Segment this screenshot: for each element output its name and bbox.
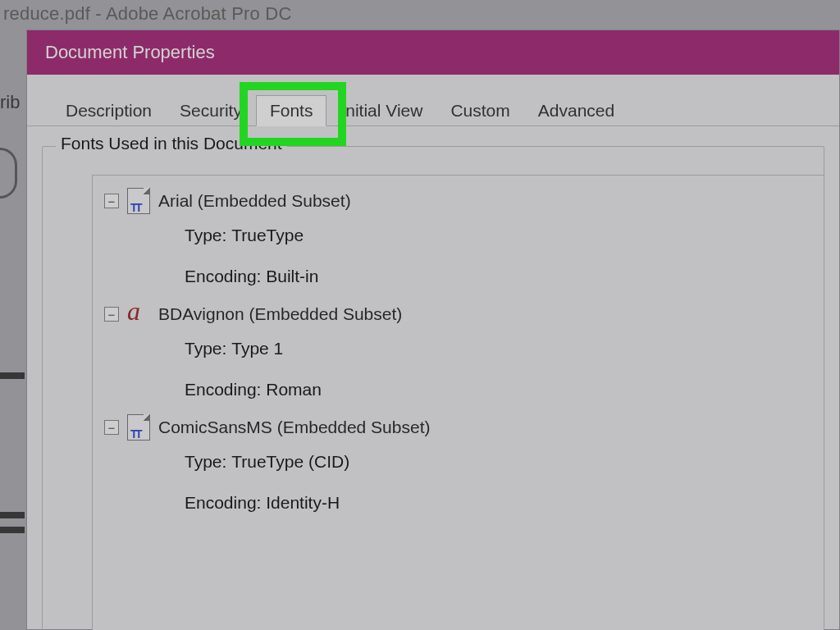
bg-shape — [0, 527, 25, 533]
document-properties-dialog: Document Properties Description Security… — [26, 30, 840, 630]
bg-shape — [0, 372, 25, 379]
font-detail-row: Type: TrueType — [185, 215, 815, 256]
font-tree-item[interactable]: − ComicSansMS (Embedded Subset) Type: Tr… — [104, 413, 815, 523]
tab-body: Fonts Used in this Document − Arial (Emb… — [27, 126, 839, 629]
font-tree-item[interactable]: − Arial (Embedded Subset) Type: TrueType… — [104, 187, 815, 297]
groupbox-label: Fonts Used in this Document — [56, 134, 287, 153]
font-type-label: Type: — [185, 452, 226, 472]
tree-collapse-icon[interactable]: − — [104, 194, 119, 208]
type1-font-icon — [127, 302, 150, 326]
font-type-value: Type 1 — [231, 339, 283, 358]
truetype-font-icon — [127, 188, 150, 214]
font-type-label: Type: — [185, 339, 226, 358]
font-type-value: TrueType (CID) — [231, 452, 349, 472]
font-encoding-label: Encoding: — [185, 493, 261, 513]
font-type-value: TrueType — [231, 226, 304, 245]
font-detail-row: Encoding: Built-in — [185, 256, 815, 297]
font-tree-item[interactable]: − BDAvignon (Embedded Subset) Type: Type… — [104, 300, 815, 410]
font-detail-row: Encoding: Identity-H — [185, 482, 815, 523]
font-tree[interactable]: − Arial (Embedded Subset) Type: TrueType… — [92, 175, 824, 630]
font-name: ComicSansMS (Embedded Subset) — [158, 418, 430, 437]
tabstrip: Description Security Fonts Initial View … — [27, 75, 839, 126]
bg-text-fragment: rib — [0, 92, 20, 113]
dialog-title: Document Properties — [45, 42, 215, 63]
font-detail-row: Encoding: Roman — [185, 369, 815, 410]
tab-initial-view[interactable]: Initial View — [326, 95, 436, 126]
tab-custom[interactable]: Custom — [436, 95, 523, 126]
font-name: Arial (Embedded Subset) — [158, 191, 351, 211]
font-encoding-value: Roman — [266, 380, 322, 399]
font-detail-row: Type: Type 1 — [185, 328, 815, 369]
dialog-titlebar[interactable]: Document Properties — [27, 30, 839, 75]
font-encoding-value: Built-in — [266, 267, 318, 286]
font-encoding-value: Identity-H — [266, 493, 340, 513]
tab-fonts[interactable]: Fonts — [256, 95, 327, 126]
tree-collapse-icon[interactable]: − — [104, 420, 119, 435]
app-window-title: reduce.pdf - Adobe Acrobat Pro DC — [0, 3, 291, 25]
font-encoding-label: Encoding: — [185, 267, 261, 286]
bg-shape — [0, 512, 25, 518]
font-encoding-label: Encoding: — [185, 380, 261, 399]
fonts-groupbox: Fonts Used in this Document − Arial (Emb… — [42, 146, 824, 630]
bg-shape — [0, 148, 17, 199]
tab-advanced[interactable]: Advanced — [524, 95, 628, 126]
font-type-label: Type: — [185, 226, 226, 245]
truetype-font-icon — [127, 414, 150, 441]
tree-collapse-icon[interactable]: − — [104, 307, 119, 322]
font-name: BDAvignon (Embedded Subset) — [158, 304, 402, 324]
tab-security[interactable]: Security — [166, 95, 256, 126]
tab-description[interactable]: Description — [52, 95, 166, 126]
font-detail-row: Type: TrueType (CID) — [185, 441, 815, 482]
